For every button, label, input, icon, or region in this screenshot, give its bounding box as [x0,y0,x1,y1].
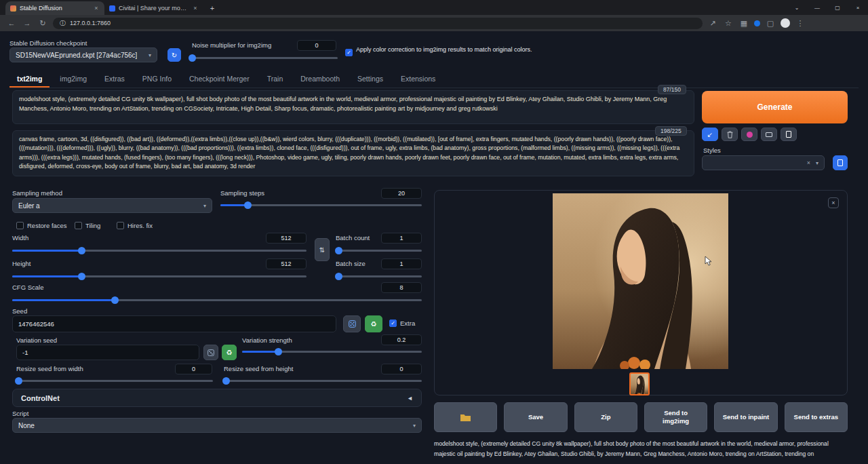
height-value[interactable]: 512 [266,258,307,269]
chevron-down-icon: ▾ [816,160,818,166]
tab-search-icon[interactable]: ⌄ [787,0,807,15]
minimize-button[interactable]: — [807,0,827,15]
extra-seed-label: Extra [400,320,415,327]
script-dropdown[interactable]: None ▾ [12,418,422,433]
maximize-button[interactable]: ▢ [827,0,848,15]
bookmark-star-icon[interactable]: ☆ [723,19,734,28]
close-icon: × [831,199,835,206]
clear-styles-icon[interactable]: × [807,159,810,166]
resize-seed-height-value[interactable]: 0 [381,364,422,374]
cfg-scale-value[interactable]: 8 [381,282,422,293]
profile-avatar[interactable] [781,18,790,28]
random-seed-button[interactable] [343,315,361,332]
forward-icon[interactable]: → [22,19,33,27]
send-to-img2img-button[interactable]: Send to img2img [644,402,707,432]
zip-button[interactable]: Zip [574,402,637,432]
noise-multiplier-slider[interactable] [191,54,338,62]
height-label: Height [12,260,31,267]
prompt-utility-buttons: ↙ [702,128,797,141]
swap-dimensions-button[interactable]: ⇅ [315,238,330,261]
sampling-method-dropdown[interactable]: Euler a ▾ [12,198,212,213]
variation-strength-label: Variation strength [242,336,292,344]
batch-size-slider[interactable] [336,272,422,280]
hires-fix-checkbox[interactable] [117,222,124,229]
window-controls: ⌄ — ▢ × [787,0,868,15]
random-variation-seed-button[interactable] [203,345,218,360]
tab-extensions[interactable]: Extensions [393,71,443,88]
batch-count-slider[interactable] [336,246,422,254]
variation-seed-input[interactable]: -1 [16,345,199,360]
resize-seed-width-slider[interactable] [16,376,213,385]
reuse-variation-seed-button[interactable]: ♻ [222,345,237,360]
output-actions: Save Zip Send to img2img Send to inpaint… [434,402,848,432]
paste-generation-params-button[interactable]: ↙ [702,128,718,141]
tab-close-icon[interactable]: × [192,5,199,12]
seed-input[interactable]: 1476462546 [12,315,336,332]
address-bar[interactable]: ⓘ 127.0.0.1:7860 [53,18,703,29]
refresh-icon: ↻ [172,52,177,59]
browser-menu-icon[interactable]: ⋮ [795,19,806,28]
styles-dropdown[interactable]: × ▾ [702,155,825,170]
site-info-icon[interactable]: ⓘ [60,19,66,28]
reload-icon[interactable]: ↻ [37,19,48,28]
save-button[interactable]: Save [504,402,567,432]
sampling-steps-value[interactable]: 20 [381,188,422,199]
close-window-button[interactable]: × [848,0,868,15]
height-slider[interactable] [12,272,307,280]
browser-tab-civitai[interactable]: Civitai | Share your models × [104,1,203,15]
sampling-steps-slider[interactable] [220,201,422,209]
tab-txt2img[interactable]: txt2img [9,71,50,88]
open-folder-button[interactable] [434,402,497,432]
controlnet-accordion[interactable]: ControlNet ◄ [12,389,422,407]
cfg-scale-slider[interactable] [12,296,422,304]
tiling-checkbox[interactable] [75,222,82,229]
tab-close-icon[interactable]: × [93,5,100,12]
reuse-seed-button[interactable]: ♻ [365,315,382,332]
apply-style-button[interactable] [761,128,777,141]
script-label: Script [12,410,28,417]
apps-grid-icon[interactable]: ▦ [738,19,749,28]
browser-tab-stable-diffusion[interactable]: Stable Diffusion × [5,1,104,15]
sampling-method-label: Sampling method [12,189,62,197]
reading-list-icon[interactable]: ▢ [765,19,776,28]
batch-count-value[interactable]: 1 [381,233,422,244]
tab-checkpoint-merger[interactable]: Checkpoint Merger [182,71,257,88]
tab-img2img[interactable]: img2img [52,71,94,88]
tab-extras[interactable]: Extras [97,71,132,88]
variation-strength-value[interactable]: 0.2 [381,334,422,345]
generate-button[interactable]: Generate [702,91,848,123]
negative-prompt-input[interactable]: canvas frame, cartoon, 3d, ((disfigured)… [12,130,694,176]
trash-icon [727,131,733,138]
batch-size-value[interactable]: 1 [381,258,422,269]
extension-badge-icon[interactable] [754,20,760,26]
apply-selected-styles-button[interactable] [833,155,848,170]
prompt-token-counter: 87/150 [658,85,686,94]
back-icon[interactable]: ← [6,19,17,27]
send-to-inpaint-button[interactable]: Send to inpaint [714,402,777,432]
resize-seed-height-slider[interactable] [224,376,422,385]
save-style-button[interactable] [781,128,797,141]
width-value[interactable]: 512 [266,233,307,244]
resize-seed-width-value[interactable]: 0 [175,364,212,374]
width-slider[interactable] [12,246,307,254]
extra-seed-checkbox[interactable]: ✓ [389,320,397,327]
noise-multiplier-value[interactable]: 0 [297,40,336,51]
tab-dreambooth[interactable]: Dreambooth [293,71,347,88]
clear-prompt-button[interactable] [722,128,738,141]
variation-strength-slider[interactable] [242,347,422,355]
tab-png-info[interactable]: PNG Info [135,71,179,88]
restore-faces-checkbox[interactable] [16,222,24,229]
generated-image[interactable] [553,193,728,369]
share-icon[interactable]: ↗ [707,19,718,28]
new-tab-button[interactable]: + [206,2,218,14]
tab-settings[interactable]: Settings [350,71,391,88]
refresh-checkpoints-button[interactable]: ↻ [167,48,181,62]
color-correction-checkbox[interactable]: ✓ [345,49,353,56]
extra-networks-button[interactable] [741,128,757,141]
close-gallery-button[interactable]: × [828,197,839,208]
send-to-extras-button[interactable]: Send to extras [785,402,848,432]
tab-train[interactable]: Train [260,71,291,88]
checkpoint-dropdown[interactable]: SD15NewVAEpruned.ckpt [27a4ac756c] ▾ [9,47,157,62]
gallery-thumbnail[interactable] [629,372,650,395]
prompt-input[interactable]: modelshoot style, (extremely detailed CG… [12,90,694,124]
